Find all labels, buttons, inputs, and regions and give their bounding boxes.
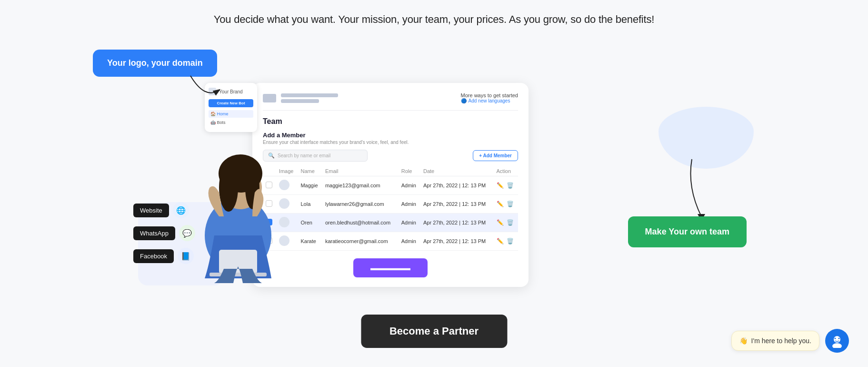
facebook-icon: 📘 [178,248,194,264]
svg-point-10 [835,338,836,339]
row-actions: ✏️ 🗑️ [494,214,518,232]
more-ways-section: More ways to get started 🔵 Add new langu… [461,92,518,103]
purple-btn-area: ▬▬▬▬▬▬ [263,258,518,277]
add-member-heading: Add a Member [263,132,518,139]
row-role: Admin [399,232,420,251]
edit-icon[interactable]: ✏️ [497,201,504,207]
arrow-down-right [678,154,725,223]
nav-bots[interactable]: 🤖 Bots [209,119,253,126]
table-row: Oren oren.bledhust@hotmail.com Admin Apr… [263,214,518,232]
edit-icon[interactable]: ✏️ [497,238,504,245]
more-ways-text: More ways to get started [461,92,518,98]
add-member-btn[interactable]: + Add Member [473,150,518,161]
integration-website[interactable]: Website 🌐 [133,202,195,218]
chat-message: I'm here to help you. [751,337,811,345]
svg-rect-6 [210,273,267,276]
delete-icon[interactable]: 🗑️ [507,182,514,189]
integration-whatsapp[interactable]: WhatsApp 💬 [133,225,195,241]
col-name: Name [298,166,322,176]
row-actions: ✏️ 🗑️ [494,176,518,195]
row-email: karatieocorner@gmail.com [322,232,399,251]
table-row: Lola lylawarner26@gmail.com Admin Apr 27… [263,195,518,214]
row-email: maggie123@gmail.com [322,176,399,195]
main-content: Your logo, your domain Your Brand Create… [0,45,868,367]
col-date: Date [420,166,494,176]
svg-point-11 [838,338,840,339]
chat-bubble: 👋 I'm here to help you. [731,331,819,351]
row-name: Lola [298,195,322,214]
card-top-bar: More ways to get started 🔵 Add new langu… [263,92,518,103]
whatsapp-label: WhatsApp [133,226,175,240]
top-bar-icon [263,94,276,102]
globe-icon: 🌐 [173,202,189,218]
top-bar-line-2 [281,99,319,103]
team-title: Team [263,117,518,126]
row-role: Admin [399,195,420,214]
purple-action-btn[interactable]: ▬▬▬▬▬▬ [353,258,428,277]
row-email: oren.bledhust@hotmail.com [322,214,399,232]
row-date: Apr 27th, 2022 | 12: 13 PM [420,232,494,251]
edit-icon[interactable]: ✏️ [497,219,504,226]
add-languages[interactable]: 🔵 Add new languages [461,98,518,103]
row-role: Admin [399,176,420,195]
make-team-btn[interactable]: Make Your own team [628,216,747,247]
row-name: Karate [298,232,322,251]
col-email: Email [322,166,399,176]
row-date: Apr 27th, 2022 | 12: 13 PM [420,214,494,232]
search-add-row: 🔍 Search by name or email + Add Member [263,150,518,162]
edit-icon[interactable]: ✏️ [497,182,504,189]
col-action: Action [494,166,518,176]
page-wrapper: You decide what you want. Your mission, … [0,0,868,367]
whatsapp-icon: 💬 [179,225,195,241]
top-bar-lines [281,93,338,103]
chat-avatar[interactable] [825,329,849,353]
row-name: Oren [298,214,322,232]
integrations-list: Website 🌐 WhatsApp 💬 Facebook 📘 [133,202,195,264]
person-image [181,140,295,283]
add-languages-text: Add new languages [469,98,510,103]
delete-icon[interactable]: 🗑️ [507,201,514,207]
divider [263,110,518,111]
chat-widget: 👋 I'm here to help you. [731,329,849,353]
chat-emoji: 👋 [739,337,748,345]
facebook-label: Facebook [133,249,174,263]
bottom-section: Become a Partner [361,315,507,348]
nav-home[interactable]: 🏠 Home [209,110,253,118]
add-member-section: Add a Member Ensure your chat interface … [263,132,518,145]
add-member-subtext: Ensure your chat interface matches your … [263,140,518,145]
row-actions: ✏️ 🗑️ [494,195,518,214]
delete-icon[interactable]: 🗑️ [507,238,514,245]
col-role: Role [399,166,420,176]
row-name: Maggie [298,176,322,195]
row-role: Admin [399,214,420,232]
row-date: Apr 27th, 2022 | 12: 13 PM [420,176,494,195]
integration-facebook[interactable]: Facebook 📘 [133,248,195,264]
row-date: Apr 27th, 2022 | 12: 13 PM [420,195,494,214]
svg-point-3 [219,164,238,212]
become-partner-btn[interactable]: Become a Partner [361,315,507,348]
table-row: Maggie maggie123@gmail.com Admin Apr 27t… [263,176,518,195]
tagline: You decide what you want. Your mission, … [214,13,654,26]
row-actions: ✏️ 🗑️ [494,232,518,251]
plus-icon: 🔵 [461,98,467,103]
top-bar-line-1 [281,93,338,97]
row-email: lylawarner26@gmail.com [322,195,399,214]
team-table: Image Name Email Role Date Action Maggi [263,166,518,251]
arrow-right [186,71,224,102]
delete-icon[interactable]: 🗑️ [507,219,514,226]
website-label: Website [133,204,169,217]
svg-point-9 [832,343,842,348]
table-row: Karate karatieocorner@gmail.com Admin Ap… [263,232,518,251]
